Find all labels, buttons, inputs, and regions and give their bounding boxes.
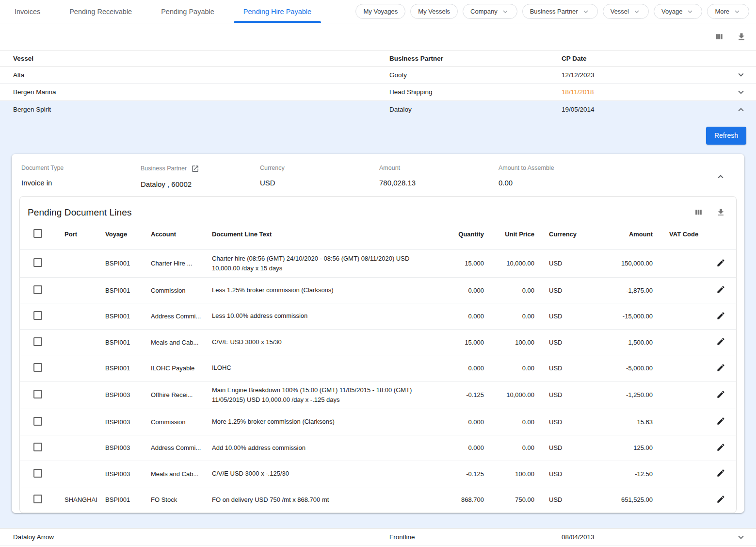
columns-icon[interactable]: [713, 31, 725, 43]
document-line-row: BSPI001 Meals and Cab... C/V/E USD 3000 …: [20, 329, 736, 355]
tab-pending-receivable[interactable]: Pending Receivable: [55, 0, 146, 23]
currency-cell: USD: [539, 418, 580, 426]
download-icon[interactable]: [736, 31, 747, 43]
expand-chevron-icon[interactable]: [726, 532, 756, 543]
expand-chevron-icon[interactable]: [726, 69, 756, 80]
vessel-column-header: Vessel: [13, 55, 389, 62]
edit-line-icon[interactable]: [716, 443, 725, 453]
row-checkbox[interactable]: [33, 258, 42, 267]
cp-date-column-header: CP Date: [562, 55, 726, 62]
document-line-text-cell: ILOHC: [201, 359, 445, 377]
account-cell: Address Commi...: [141, 313, 201, 320]
edit-line-icon[interactable]: [716, 416, 725, 427]
tab-label: Pending Receivable: [69, 8, 132, 16]
amount-cell: -1,250.00: [580, 391, 658, 398]
vessel-rows-bottom: Dataloy Arrow Frontline 08/04/2013: [0, 528, 756, 546]
unit-price-cell: 100.00: [489, 339, 539, 346]
edit-line-icon[interactable]: [716, 337, 725, 348]
business-partner-name: Frontline: [389, 533, 562, 541]
unit-price-column-header: Unit Price: [489, 231, 539, 238]
expand-chevron-icon[interactable]: [726, 87, 756, 98]
amount-column-header: Amount: [580, 231, 658, 238]
pending-document-lines-card: Pending Document Lines Port Voyage Accou…: [19, 196, 737, 514]
filter-chip-company[interactable]: Company: [463, 4, 517, 19]
account-cell: Commission: [141, 418, 201, 426]
document-line-row: BSPI003 Meals and Cab... C/V/E USD 3000 …: [20, 461, 736, 487]
open-in-new-icon[interactable]: [191, 165, 199, 173]
expand-chevron-icon[interactable]: [726, 104, 756, 115]
vessel-rows: Alta Goofy 12/12/2023 Bergen Marina Head…: [0, 66, 756, 118]
edit-line-icon[interactable]: [716, 285, 725, 296]
vessel-row-bergen-spirit[interactable]: Bergen Spirit Dataloy 19/05/2014: [0, 101, 756, 118]
currency-cell: USD: [539, 260, 580, 267]
account-cell: Offhire Recei...: [141, 391, 201, 398]
account-cell: ILOHC Payable: [141, 365, 201, 372]
document-field-business-partner: Business Partner Dataloy , 60002: [141, 165, 260, 188]
tab-pending-hire-payable[interactable]: Pending Hire Payable: [229, 0, 326, 23]
document-line-row: BSPI001 Address Commi... Less 10.00% add…: [20, 303, 736, 329]
collapse-document-icon[interactable]: [715, 171, 726, 183]
row-checkbox[interactable]: [33, 337, 42, 346]
row-checkbox[interactable]: [33, 443, 42, 451]
voyage-cell: BSPI001: [96, 339, 141, 346]
account-column-header: Account: [141, 231, 201, 238]
edit-line-icon[interactable]: [716, 258, 725, 269]
edit-line-icon[interactable]: [716, 468, 725, 479]
voyage-cell: BSPI001: [96, 365, 141, 372]
chevron-down-icon: [632, 7, 641, 16]
account-cell: Charter Hire ...: [141, 260, 201, 267]
document-field-amount: Amount 780,028.13: [379, 165, 499, 188]
row-checkbox[interactable]: [33, 417, 42, 426]
document-line-text-cell: Main Engine Breakdown 100% (15:00 (GMT) …: [201, 381, 445, 409]
document-field-label: Document Type: [21, 165, 64, 171]
row-checkbox[interactable]: [33, 363, 42, 372]
voyage-cell: BSPI003: [96, 470, 141, 478]
cp-date: 19/05/2014: [562, 106, 726, 113]
unit-price-cell: 100.00: [489, 470, 539, 478]
vessel-table-header: Vessel Business Partner CP Date: [0, 50, 756, 66]
quantity-cell: -0.125: [445, 391, 489, 398]
filter-chip-my-voyages[interactable]: My Voyages: [355, 4, 405, 19]
refresh-button[interactable]: Refresh: [706, 127, 746, 145]
tab-invoices[interactable]: Invoices: [0, 0, 55, 23]
tab-pending-payable[interactable]: Pending Payable: [146, 0, 229, 23]
vessel-name: Bergen Spirit: [13, 106, 389, 113]
unit-price-cell: 10,000.00: [489, 391, 539, 398]
filter-chip-vessel[interactable]: Vessel: [603, 4, 649, 19]
filter-chip-more[interactable]: More: [707, 4, 749, 19]
currency-cell: USD: [539, 339, 580, 346]
row-checkbox[interactable]: [33, 311, 42, 320]
currency-cell: USD: [539, 287, 580, 294]
select-all-checkbox[interactable]: [33, 229, 42, 238]
document-field-currency: Currency USD: [260, 165, 379, 188]
row-checkbox[interactable]: [33, 469, 42, 478]
amount-cell: 15.63: [580, 418, 658, 426]
tab-bar-tabs: Invoices Pending Receivable Pending Paya…: [0, 0, 326, 23]
filter-chip-my-vessels[interactable]: My Vessels: [410, 4, 458, 19]
unit-price-cell: 10,000.00: [489, 260, 539, 267]
lines-download-icon[interactable]: [715, 207, 726, 218]
unit-price-cell: 0.00: [489, 313, 539, 320]
voyage-cell: BSPI001: [96, 313, 141, 320]
document-header-fields: Document Type Invoice in Business Partne…: [12, 154, 744, 192]
row-checkbox[interactable]: [33, 390, 42, 398]
vessel-row-bergen-marina[interactable]: Bergen Marina Head Shipping 18/11/2018: [0, 84, 756, 101]
voyage-cell: BSPI001: [96, 496, 141, 503]
edit-line-icon[interactable]: [716, 363, 725, 374]
filter-chip-label: Voyage: [661, 8, 682, 15]
filter-chip-voyage[interactable]: Voyage: [654, 4, 702, 19]
lines-columns-icon[interactable]: [692, 207, 704, 218]
document-field-value: 780,028.13: [379, 179, 499, 187]
filter-chip-business-partner[interactable]: Business Partner: [522, 4, 598, 19]
edit-line-icon[interactable]: [716, 311, 725, 322]
edit-line-icon[interactable]: [716, 495, 725, 505]
filter-chip-label: Business Partner: [530, 8, 578, 15]
quantity-column-header: Quantity: [445, 231, 489, 238]
vessel-row-alta[interactable]: Alta Goofy 12/12/2023: [0, 66, 756, 84]
pending-document-lines-title: Pending Document Lines: [28, 207, 132, 218]
vessel-row-dataloy-arrow[interactable]: Dataloy Arrow Frontline 08/04/2013: [0, 528, 756, 546]
row-checkbox[interactable]: [33, 285, 42, 294]
row-checkbox[interactable]: [33, 495, 42, 503]
edit-line-icon[interactable]: [716, 390, 725, 400]
document-field-value: Invoice in: [21, 179, 141, 187]
